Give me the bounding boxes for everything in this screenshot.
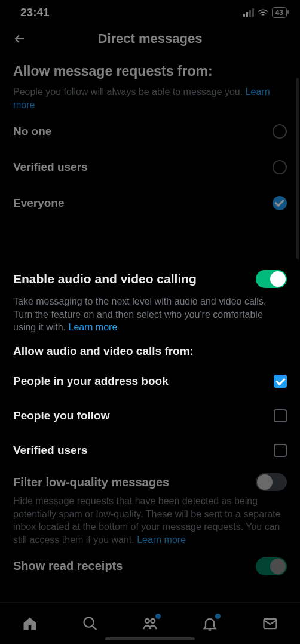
svg-point-2: [151, 618, 155, 622]
checkbox-icon: [274, 375, 287, 388]
notification-dot: [155, 614, 161, 619]
filter-description: Hide message requests that have been det…: [13, 495, 287, 546]
receipts-toggle[interactable]: [256, 557, 287, 575]
radio-row-verified[interactable]: Verified users: [13, 149, 287, 185]
battery-icon: 43: [272, 7, 287, 18]
checkbox-icon: [274, 444, 287, 457]
check-row-verified[interactable]: Verified users: [13, 433, 287, 462]
home-icon[interactable]: [22, 615, 38, 632]
messages-icon[interactable]: [262, 615, 278, 632]
communities-icon[interactable]: [142, 615, 158, 632]
check-row-following[interactable]: People you follow: [13, 398, 287, 433]
svg-point-1: [145, 618, 149, 622]
section-heading: Allow message requests from:: [13, 63, 287, 79]
learn-more-link[interactable]: Learn more: [68, 322, 117, 332]
filter-heading: Filter low-quality messages: [13, 476, 169, 489]
signal-icon: [243, 8, 254, 17]
radio-label: Everyone: [13, 197, 65, 210]
receipts-heading: Show read receipts: [13, 559, 123, 573]
checkbox-icon: [274, 409, 287, 422]
svg-point-0: [84, 617, 93, 627]
notifications-icon[interactable]: [201, 615, 218, 632]
search-icon[interactable]: [82, 615, 99, 632]
panel-heading: Enable audio and video calling: [13, 272, 197, 286]
calling-panel: Enable audio and video calling Take mess…: [1, 258, 299, 473]
check-row-address-book[interactable]: People in your address book: [13, 364, 287, 398]
panel-subheading: Allow audio and video calls from:: [13, 345, 287, 358]
filter-toggle[interactable]: [256, 473, 287, 491]
check-label: People in your address book: [13, 375, 169, 388]
status-bar: 23:41 43: [0, 0, 300, 23]
page-title: Direct messages: [12, 31, 288, 47]
radio-icon: [273, 160, 287, 174]
radio-icon: [273, 196, 287, 210]
check-label: People you follow: [13, 409, 110, 422]
section-description: People you follow will always be able to…: [13, 85, 287, 111]
radio-label: No one: [13, 125, 51, 138]
radio-label: Verified users: [13, 161, 88, 174]
radio-row-everyone[interactable]: Everyone: [13, 185, 287, 221]
learn-more-link[interactable]: Learn more: [137, 535, 186, 545]
page-header: Direct messages: [0, 23, 300, 59]
receipts-row[interactable]: Show read receipts: [0, 554, 300, 579]
wifi-icon: [258, 8, 268, 17]
calling-toggle[interactable]: [256, 270, 287, 288]
radio-icon: [273, 124, 287, 139]
notification-dot: [215, 614, 221, 619]
clock: 23:41: [20, 6, 50, 19]
radio-row-no-one[interactable]: No one: [13, 114, 287, 149]
check-label: Verified users: [13, 444, 88, 457]
home-indicator: [105, 637, 195, 640]
panel-description: Take messaging to the next level with au…: [13, 295, 287, 334]
